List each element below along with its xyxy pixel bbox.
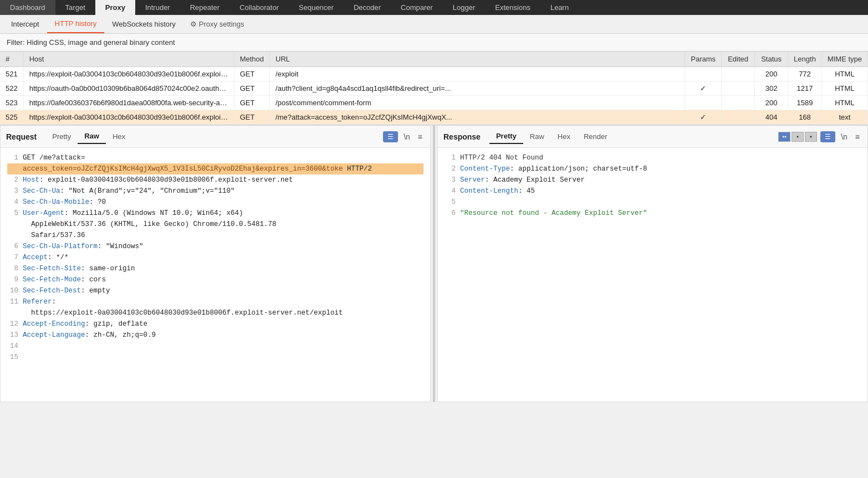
request-line-highlight: 1access_token=oJZcfZQjKsIMcH4gjXwqX5_1V3… bbox=[7, 163, 423, 174]
table-header: # Host Method URL Params Edited Status L… bbox=[0, 52, 868, 67]
view-btn-full[interactable]: ▪ bbox=[805, 132, 817, 142]
nav-target[interactable]: Target bbox=[55, 0, 95, 15]
table-row[interactable]: 525 https://exploit-0a03004103c0b6048030… bbox=[0, 110, 868, 125]
response-menu-btn[interactable]: ≡ bbox=[853, 131, 862, 142]
nav-proxy[interactable]: Proxy bbox=[95, 0, 135, 15]
sub-navigation: Intercept HTTP history WebSockets histor… bbox=[0, 15, 868, 34]
table-row[interactable]: 521 https://exploit-0a03004103c0b6048030… bbox=[0, 67, 868, 81]
cell-status: 302 bbox=[755, 81, 788, 96]
nav-dashboard[interactable]: Dashboard bbox=[0, 0, 55, 15]
request-line-1: 1GET /me?attack= bbox=[7, 152, 423, 163]
response-tab-render[interactable]: Render bbox=[577, 130, 614, 143]
cell-length: 168 bbox=[788, 110, 822, 125]
cell-id: 523 bbox=[0, 96, 23, 110]
request-toolbar: ☰ \n ≡ bbox=[383, 131, 425, 142]
cell-length: 1217 bbox=[788, 81, 822, 96]
request-line: 7Accept: */* bbox=[7, 252, 423, 263]
cell-edited bbox=[722, 96, 755, 110]
cell-mime: HTML bbox=[821, 81, 867, 96]
request-panel-title: Request bbox=[6, 132, 37, 141]
nav-comparer[interactable]: Comparer bbox=[391, 0, 443, 15]
col-host: Host bbox=[23, 52, 234, 67]
request-tab-hex[interactable]: Hex bbox=[106, 130, 132, 143]
cell-url: /auth?client_id=g8q4a4scd1aq1qsll4fib&re… bbox=[270, 81, 685, 96]
nav-extensions[interactable]: Extensions bbox=[485, 0, 540, 15]
response-line: 4Content-Length: 45 bbox=[445, 186, 861, 197]
nav-learn[interactable]: Learn bbox=[540, 0, 579, 15]
subnav-proxy-settings[interactable]: ⚙ Proxy settings bbox=[183, 17, 251, 32]
nav-decoder[interactable]: Decoder bbox=[344, 0, 391, 15]
response-tabs: Pretty Raw Hex Render bbox=[489, 129, 614, 144]
cell-mime: HTML bbox=[821, 67, 867, 81]
request-panel-header: Request Pretty Raw Hex ☰ \n ≡ bbox=[1, 126, 430, 148]
table-row[interactable]: 522 https://oauth-0a0b00d10309b6ba8064d8… bbox=[0, 81, 868, 96]
response-tab-raw[interactable]: Raw bbox=[523, 130, 551, 143]
response-inspector-btn[interactable]: ☰ bbox=[820, 131, 835, 142]
col-hash: # bbox=[0, 52, 23, 67]
request-line: 9Sec-Fetch-Mode: cors bbox=[7, 274, 423, 285]
cell-mime: text bbox=[821, 110, 867, 125]
request-tab-pretty[interactable]: Pretty bbox=[45, 130, 78, 143]
subnav-http-history[interactable]: HTTP history bbox=[47, 15, 105, 33]
response-line: 5 bbox=[445, 197, 861, 208]
cell-host: https://0afe00360376b6f980d1daea008f00fa… bbox=[23, 96, 234, 110]
cell-method: GET bbox=[234, 67, 269, 81]
cell-mime: HTML bbox=[821, 96, 867, 110]
cell-url: /post/comment/comment-form bbox=[270, 96, 685, 110]
col-method: Method bbox=[234, 52, 269, 67]
request-menu-btn[interactable]: ≡ bbox=[416, 131, 425, 142]
request-line: 3Sec-Ch-Ua: "Not A(Brand";v="24", "Chrom… bbox=[7, 186, 423, 197]
nav-logger[interactable]: Logger bbox=[443, 0, 485, 15]
http-history-table: # Host Method URL Params Edited Status L… bbox=[0, 52, 868, 125]
response-line: 3Server: Academy Exploit Server bbox=[445, 174, 861, 186]
request-line: https://exploit-0a03004103c0b6048030d93e… bbox=[7, 307, 423, 318]
nav-collaborator[interactable]: Collaborator bbox=[229, 0, 289, 15]
nav-repeater[interactable]: Repeater bbox=[180, 0, 229, 15]
response-content: 1HTTP/2 404 Not Found2Content-Type: appl… bbox=[438, 148, 867, 402]
cell-id: 525 bbox=[0, 110, 23, 125]
request-line: 10Sec-Fetch-Dest: empty bbox=[7, 285, 423, 296]
response-panel-title: Response bbox=[443, 132, 481, 141]
request-line: 15 bbox=[7, 352, 423, 363]
filter-bar: Filter: Hiding CSS, image and general bi… bbox=[0, 34, 868, 52]
nav-sequencer[interactable]: Sequencer bbox=[289, 0, 344, 15]
request-line: Safari/537.36 bbox=[7, 230, 423, 241]
request-line: 8Sec-Fetch-Site: same-origin bbox=[7, 263, 423, 274]
subnav-intercept[interactable]: Intercept bbox=[3, 16, 47, 33]
view-btn-split[interactable]: ▪▪ bbox=[778, 132, 790, 142]
cell-host: https://exploit-0a03004103c0b6048030d93e… bbox=[23, 67, 234, 81]
top-navigation: Dashboard Target Proxy Intruder Repeater… bbox=[0, 0, 868, 15]
request-tab-raw[interactable]: Raw bbox=[78, 129, 106, 144]
nav-intruder[interactable]: Intruder bbox=[135, 0, 180, 15]
cell-edited bbox=[722, 110, 755, 125]
request-line: 4Sec-Ch-Ua-Mobile: ?0 bbox=[7, 197, 423, 208]
col-edited: Edited bbox=[722, 52, 755, 67]
response-tab-hex[interactable]: Hex bbox=[551, 130, 577, 143]
col-mime: MIME type bbox=[821, 52, 867, 67]
cell-host: https://exploit-0a03004103c0b6048030d93e… bbox=[23, 110, 234, 125]
request-newline-btn[interactable]: \n bbox=[401, 131, 412, 142]
col-params: Params bbox=[685, 52, 722, 67]
cell-status: 404 bbox=[755, 110, 788, 125]
response-newline-btn[interactable]: \n bbox=[839, 131, 850, 142]
cell-id: 522 bbox=[0, 81, 23, 96]
cell-host: https://oauth-0a0b00d10309b6ba8064d85702… bbox=[23, 81, 234, 96]
view-toggle: ▪▪ ▪ ▪ bbox=[778, 132, 817, 142]
cell-edited bbox=[722, 67, 755, 81]
cell-params: ✓ bbox=[685, 81, 722, 96]
response-toolbar: ▪▪ ▪ ▪ ☰ \n ≡ bbox=[778, 131, 862, 142]
view-btn-single[interactable]: ▪ bbox=[792, 132, 804, 142]
request-line: 5User-Agent: Mozilla/5.0 (Windows NT 10.… bbox=[7, 208, 423, 219]
request-line: 6Sec-Ch-Ua-Platform: "Windows" bbox=[7, 241, 423, 252]
request-inspector-btn[interactable]: ☰ bbox=[383, 131, 398, 142]
request-content: 1GET /me?attack=1access_token=oJZcfZQjKs… bbox=[1, 148, 430, 402]
response-tab-pretty[interactable]: Pretty bbox=[489, 129, 523, 144]
cell-method: GET bbox=[234, 110, 269, 125]
cell-length: 772 bbox=[788, 67, 822, 81]
panel-splitter[interactable] bbox=[433, 125, 435, 402]
request-line: 14 bbox=[7, 341, 423, 352]
subnav-websockets-history[interactable]: WebSockets history bbox=[104, 16, 183, 33]
request-line: AppleWebKit/537.36 (KHTML, like Gecko) C… bbox=[7, 219, 423, 230]
table-row[interactable]: 523 https://0afe00360376b6f980d1daea008f… bbox=[0, 96, 868, 110]
request-line: 12Accept-Encoding: gzip, deflate bbox=[7, 318, 423, 330]
